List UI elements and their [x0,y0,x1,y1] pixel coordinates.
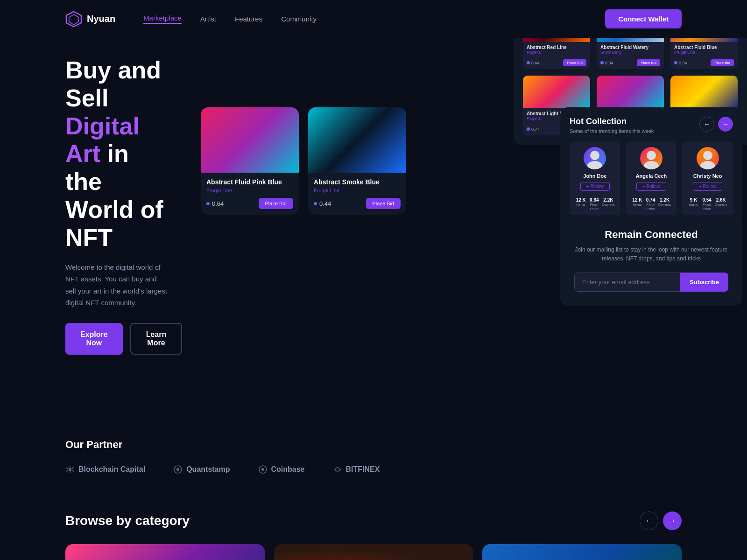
nft-main-price-1: 0.64 [206,200,224,207]
nft-creator-1: Paper L [527,50,586,55]
rc-subtitle: Join our mailing list to stay in the loo… [574,245,728,263]
collector-avatar-1 [584,147,606,169]
nft-main-card-1[interactable]: Abstract Fluid Pink Blue Frugal Line 0.6… [201,107,299,215]
partners-section: Our Partner Blockchain Capital Quantstam… [0,420,747,493]
hot-collection-prev-btn[interactable]: ← [699,117,714,132]
place-bid-btn-1[interactable]: Place Bid [563,59,586,66]
nft-main-creator-1: Frugal Line [206,188,293,193]
nft-thumb-6 [670,76,738,108]
navbar: Nyuan Marketplace Artist Features Commun… [0,0,747,38]
email-input[interactable] [574,273,680,292]
blockchain-icon [65,465,75,474]
stat-floor-1: 0.64 [589,197,600,203]
subscribe-button[interactable]: Subscribe [680,273,728,292]
eth-dot-1 [527,61,530,64]
quantstamp-icon [173,465,183,474]
eth-dot-2 [600,61,604,64]
nft-title-2: Abstract Fluid Watery [600,45,660,50]
collector-name-3: Christy Neo [688,173,727,179]
stat-floor-3: 0.54 [701,197,713,203]
explore-now-button[interactable]: Explore Now [65,323,123,355]
category-sport[interactable]: Sport [274,544,473,560]
collector-stats-2: 12 K Items 0.74 Floor Price 1.2K Owners [632,197,671,211]
rc-form: Subscribe [574,273,728,292]
coinbase-icon [258,465,268,474]
place-bid-main-2[interactable]: Place Bid [366,198,401,209]
eth-dot-main-1 [206,202,210,205]
eth-dot-main-2 [314,202,317,205]
collector-avatar-2 [640,147,662,169]
blockchain-capital-label: Blockchain Capital [78,465,145,474]
nft-price-1: 0.64 [527,61,540,65]
svg-point-16 [176,468,179,471]
svg-point-5 [644,161,659,169]
logo-icon [65,11,82,28]
stat-items-3: 9 K [688,197,699,203]
collector-stats-3: 9 K Items 0.54 Floor Price 2.6K Owners [688,197,727,211]
partner-bitfinex: BITFINEX [333,465,380,474]
nft-main-price-2: 0.44 [314,200,331,207]
svg-marker-1 [69,14,78,25]
nft-thumb-4 [523,76,590,108]
nav-links: Marketplace Artist Features Community [143,14,605,24]
hot-collection-header: Hot Collection Some of the trending item… [570,117,733,134]
nft-creator-3: Frugal Line [674,50,734,55]
svg-point-3 [587,161,602,169]
place-bid-btn-3[interactable]: Place Bid [711,59,734,66]
nft-main-card-2[interactable]: Abstract Smoke Blue Frugal Line 0.44 Pla… [308,107,406,215]
svg-line-12 [72,470,74,471]
nft-main-cards: Abstract Fluid Pink Blue Frugal Line 0.6… [201,107,406,215]
bitfinex-label: BITFINEX [346,465,380,474]
partner-logos: Blockchain Capital Quantstamp Coinbase B… [65,465,682,474]
nft-main-creator-2: Frugal Line [314,188,401,193]
collector-card-2: Angela Cech + Follow 12 K Items 0.74 Flo… [626,141,677,217]
rc-title: Remain Connected [574,229,728,241]
stat-items-1: 12 K [575,197,587,203]
logo: Nyuan [65,11,115,28]
place-bid-btn-2[interactable]: Place Bid [637,59,660,66]
partners-title: Our Partner [65,439,682,451]
category-art[interactable]: Art [65,544,265,560]
follow-btn-2[interactable]: + Follow [636,182,666,191]
collector-avatar-3 [697,147,719,169]
browse-section: Browse by category ← → Art Sport Collect… [0,493,747,560]
nav-marketplace[interactable]: Marketplace [143,14,182,24]
browse-next-btn[interactable]: → [663,511,682,530]
partner-coinbase: Coinbase [258,465,305,474]
eth-dot-3 [674,61,677,64]
collector-name-2: Angela Cech [632,173,671,179]
eth-dot-4 [527,127,530,131]
nft-thumb-5 [597,76,664,108]
bitfinex-icon [333,465,342,474]
follow-btn-3[interactable]: + Follow [693,182,723,191]
svg-point-4 [647,151,656,160]
nft-main-thumb-1 [201,107,299,173]
nft-price-2: 0.34 [600,61,613,65]
learn-more-button[interactable]: Learn More [130,323,183,355]
hero-section: Buy and Sell Digital Art in the World of… [0,38,233,383]
collector-name-1: John Doe [575,173,615,179]
nft-creator-2: Snow Deity [600,50,660,55]
remain-connected: Remain Connected Join our mailing list t… [560,215,742,306]
partner-blockchain: Blockchain Capital [65,465,145,474]
stat-owners-3: 2.6K [714,197,727,203]
svg-line-11 [66,468,69,469]
collector-card-1: John Doe + Follow 12 K Items 0.64 Floor … [570,141,620,217]
hot-collection-next-btn[interactable]: → [718,117,733,132]
nav-features[interactable]: Features [235,15,262,23]
place-bid-main-1[interactable]: Place Bid [259,198,293,209]
coinbase-label: Coinbase [271,465,305,474]
nav-community[interactable]: Community [281,15,317,23]
connect-wallet-button[interactable]: Connect Wallet [605,9,682,28]
category-collectibles[interactable]: Collectibles [482,544,682,560]
hot-collection-subtitle: Some of the trending items this week [570,128,654,134]
svg-point-2 [590,151,599,160]
nav-arrows: ← → [699,117,733,132]
nft-price-3: 0.84 [674,61,687,65]
follow-btn-1[interactable]: + Follow [580,182,610,191]
nft-main-title-2: Abstract Smoke Blue [314,178,401,186]
svg-point-7 [700,161,715,169]
collector-cards: John Doe + Follow 12 K Items 0.64 Floor … [570,141,733,217]
browse-prev-btn[interactable]: ← [640,511,658,530]
nav-artist[interactable]: Artist [200,15,216,23]
